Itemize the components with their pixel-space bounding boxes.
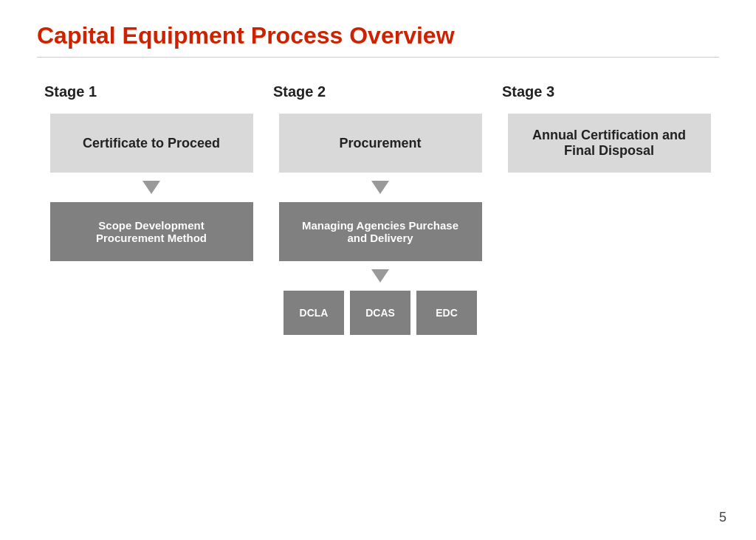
stage-2-top-box: Procurement [279,114,482,173]
stage-2-bottom-box: Managing Agencies Purchase and Delivery [279,202,482,261]
sub-box-edc: EDC [416,291,477,335]
title-divider [37,57,719,58]
stage-2-sub-boxes: DCLA DCAS EDC [284,291,477,335]
stage-2-column: Stage 2 Procurement Managing Agencies Pu… [266,83,495,335]
stage-1-top-box: Certificate to Proceed [50,114,253,173]
sub-box-dcla: DCLA [284,291,344,335]
stage-3-column: Stage 3 Annual Certification and Final D… [495,83,724,173]
stage-1-column: Stage 1 Certificate to Proceed Scope Dev… [37,83,266,261]
stage-2-arrow-1 [371,173,389,202]
page-number: 5 [719,510,726,525]
stages-container: Stage 1 Certificate to Proceed Scope Dev… [37,83,719,335]
stage-1-arrow [142,173,160,202]
sub-box-dcas: DCAS [350,291,410,335]
stage-2-arrow-2 [371,261,389,291]
stage-1-bottom-box: Scope Development Procurement Method [50,202,253,261]
stage-2-label: Stage 2 [266,83,326,100]
page-container: Capital Equipment Process Overview Stage… [0,0,756,540]
stage-3-label: Stage 3 [495,83,554,100]
page-title: Capital Equipment Process Overview [37,22,719,49]
stage-3-top-box: Annual Certification and Final Disposal [508,114,711,173]
stage-1-label: Stage 1 [37,83,97,100]
